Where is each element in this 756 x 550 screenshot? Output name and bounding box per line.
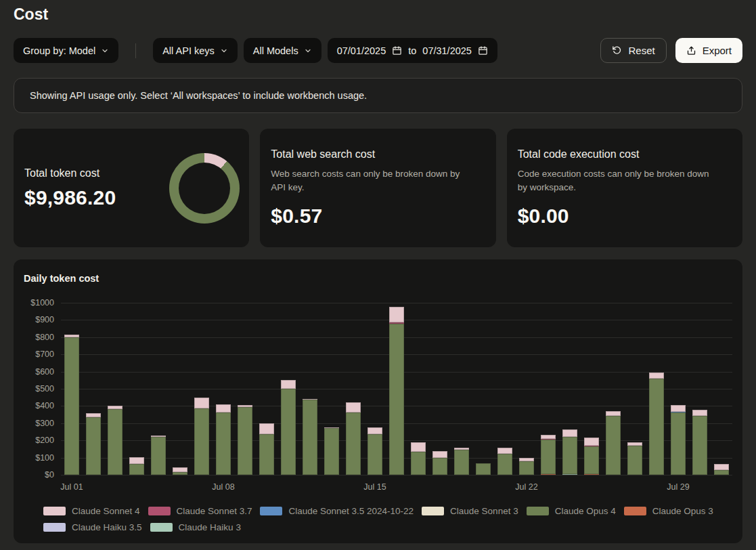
- legend-item-claude-haiku-3-5: Claude Haiku 3.5: [43, 522, 142, 532]
- y-axis-tick-label: $800: [35, 333, 54, 342]
- bar-segment-claude-opus-4: [303, 400, 317, 475]
- export-button[interactable]: Export: [675, 38, 742, 63]
- chart-bar-jul-13[interactable]: [324, 427, 339, 475]
- legend-label: Claude Sonnet 3.5 2024-10-22: [288, 506, 414, 516]
- chart-bar-jul-06[interactable]: [173, 467, 187, 475]
- legend-swatch: [260, 507, 282, 515]
- chart-bar-jul-15[interactable]: [368, 427, 382, 475]
- bar-segment-claude-opus-4: [411, 452, 426, 475]
- code-execution-cost-card: Total code execution cost Code execution…: [507, 129, 742, 247]
- date-range-picker: 07/01/2025 to 07/31/2025: [328, 38, 497, 63]
- chart-bar-jul-31[interactable]: [714, 464, 729, 475]
- bar-segment-claude-opus-4: [194, 408, 209, 475]
- chart-bar-jul-17[interactable]: [411, 442, 426, 475]
- bar-segment-claude-opus-4: [259, 434, 274, 475]
- y-axis-tick-label: $700: [35, 350, 54, 359]
- legend-swatch: [148, 507, 171, 515]
- bar-segment-claude-opus-4: [476, 463, 491, 475]
- chart-bar-jul-27[interactable]: [627, 442, 642, 475]
- x-axis-tick-label: Jul 29: [667, 482, 689, 492]
- bar-segment-claude-opus-4: [324, 428, 339, 475]
- chart-bar-jul-23[interactable]: [541, 435, 556, 475]
- models-dropdown[interactable]: All Models: [244, 38, 321, 63]
- api-keys-dropdown[interactable]: All API keys: [153, 38, 238, 63]
- bar-segment-claude-opus-4: [151, 437, 166, 475]
- bar-segment-claude-opus-4: [173, 472, 187, 475]
- bar-segment-claude-opus-4: [86, 417, 101, 475]
- chart-bar-jul-08[interactable]: [216, 404, 231, 475]
- chart-bar-jul-18[interactable]: [432, 451, 447, 475]
- legend-item-claude-opus-3: Claude Opus 3: [624, 506, 713, 516]
- y-axis-tick-label: $400: [35, 401, 54, 410]
- bar-segment-claude-sonnet-4: [129, 457, 144, 464]
- legend-swatch: [624, 507, 646, 515]
- chart-bar-jul-25[interactable]: [584, 438, 599, 475]
- bar-segment-claude-opus-4: [692, 416, 707, 475]
- legend-swatch: [43, 507, 66, 515]
- chart-bar-jul-24[interactable]: [562, 429, 577, 475]
- reset-button[interactable]: Reset: [600, 38, 666, 63]
- calendar-icon[interactable]: [478, 45, 488, 56]
- bar-segment-claude-opus-4: [627, 446, 642, 475]
- chart-bar-jul-20[interactable]: [476, 463, 491, 475]
- bar-segment-claude-sonnet-4: [671, 405, 686, 412]
- chart-bar-jul-29[interactable]: [671, 405, 686, 475]
- legend-swatch: [43, 523, 66, 532]
- chart-bar-jul-05[interactable]: [151, 436, 166, 475]
- group-by-dropdown[interactable]: Group by: Model: [14, 38, 118, 63]
- legend-row: Claude Sonnet 4Claude Sonnet 3.7Claude S…: [43, 506, 732, 516]
- y-axis-tick-label: $900: [35, 315, 54, 324]
- rotate-ccw-icon: [612, 45, 622, 56]
- date-from-input[interactable]: 07/01/2025: [337, 45, 386, 56]
- chart-bar-jul-10[interactable]: [259, 423, 274, 475]
- legend-label: Claude Sonnet 3: [450, 506, 518, 516]
- bar-segment-claude-opus-4: [714, 470, 729, 475]
- bar-segment-claude-opus-4: [497, 454, 512, 475]
- chart-bar-jul-30[interactable]: [692, 410, 707, 475]
- bar-segment-claude-opus-4: [216, 412, 231, 475]
- bar-segment-claude-opus-4: [238, 407, 252, 475]
- x-axis-tick-label: Jul 22: [515, 482, 537, 492]
- chart-bar-jul-14[interactable]: [346, 402, 361, 475]
- chart-bar-jul-22[interactable]: [519, 458, 534, 475]
- bar-segment-claude-opus-4: [562, 437, 577, 474]
- chart-bar-jul-07[interactable]: [194, 398, 209, 475]
- web-search-card-title: Total web search cost: [271, 148, 485, 161]
- bar-segment-claude-sonnet-4: [649, 373, 664, 378]
- chart-bar-jul-19[interactable]: [454, 448, 469, 475]
- chart-bar-jul-09[interactable]: [238, 405, 252, 475]
- chart-bar-jul-28[interactable]: [649, 373, 664, 475]
- cost-page: Cost Group by: Model All API keys All Mo…: [0, 0, 756, 550]
- export-label: Export: [703, 45, 732, 56]
- group-by-label: Group by: Model: [23, 45, 95, 56]
- legend-label: Claude Sonnet 4: [72, 506, 140, 516]
- bar-segment-claude-opus-4: [389, 324, 404, 475]
- chevron-down-icon: [220, 47, 228, 55]
- chart-bar-jul-01[interactable]: [64, 335, 79, 475]
- bar-segment-claude-sonnet-4: [497, 448, 512, 453]
- reset-label: Reset: [628, 45, 654, 56]
- chart-bar-jul-12[interactable]: [303, 399, 317, 475]
- date-range-to-label: to: [408, 45, 416, 56]
- legend-item-claude-haiku-3: Claude Haiku 3: [150, 522, 241, 532]
- chart-bar-jul-26[interactable]: [606, 411, 621, 475]
- bar-segment-claude-opus-4: [606, 416, 621, 475]
- legend-item-claude-opus-4: Claude Opus 4: [527, 506, 616, 516]
- token-cost-donut-chart[interactable]: [169, 153, 240, 224]
- date-to-input[interactable]: 07/31/2025: [422, 45, 472, 56]
- chart-bar-jul-02[interactable]: [86, 413, 101, 475]
- chart-bar-jul-21[interactable]: [497, 448, 512, 475]
- upload-icon: [686, 45, 696, 56]
- y-axis-tick-label: $0: [45, 470, 54, 480]
- legend-item-claude-sonnet-3-5-2024-10-22: Claude Sonnet 3.5 2024-10-22: [260, 506, 414, 516]
- chart-bar-jul-03[interactable]: [108, 406, 123, 475]
- bar-segment-claude-opus-4: [541, 440, 556, 474]
- y-axis-tick-label: $600: [35, 367, 54, 377]
- x-axis-tick-label: Jul 01: [60, 482, 83, 492]
- calendar-icon[interactable]: [392, 45, 402, 56]
- chart-bar-jul-04[interactable]: [129, 457, 144, 475]
- chart-bar-jul-16[interactable]: [389, 307, 404, 475]
- chart-bar-jul-11[interactable]: [281, 380, 296, 475]
- chevron-down-icon: [304, 47, 312, 55]
- legend-swatch: [422, 507, 444, 515]
